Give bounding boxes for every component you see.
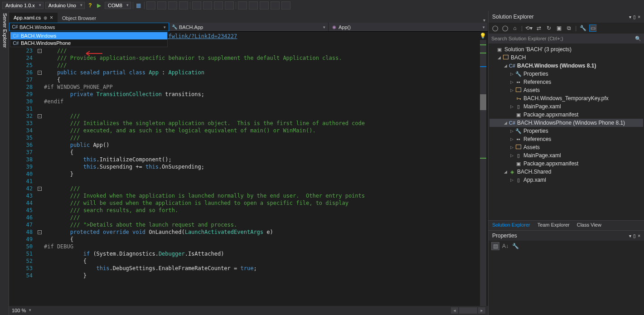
upload-icon[interactable]: ▶ — [96, 2, 103, 9]
close-icon[interactable]: × — [50, 15, 53, 21]
forward-icon[interactable]: ◯ — [501, 24, 508, 32]
close-icon[interactable]: × — [638, 15, 640, 19]
tab-app-xaml-cs[interactable]: App.xaml.cs ⊕ × — [9, 13, 58, 23]
toolbar-button[interactable] — [271, 1, 280, 10]
tree-file-node[interactable]: ▣Package.appxmanifest — [489, 111, 643, 119]
tree-properties-node[interactable]: ▷🔧Properties — [489, 127, 643, 135]
expand-icon[interactable]: ◢ — [496, 53, 502, 62]
preview-icon[interactable]: ▭ — [589, 24, 596, 32]
tab-team-explorer[interactable]: Team Explorer — [534, 221, 573, 230]
expand-icon[interactable]: ▷ — [508, 135, 515, 143]
tree-folder-node[interactable]: ▷Assets — [489, 86, 643, 94]
toolbar-button[interactable] — [203, 1, 212, 10]
method-icon: ◉ — [331, 24, 337, 30]
tree-file-node[interactable]: ▷▯App.xaml — [489, 176, 643, 184]
categorized-icon[interactable]: ▤ — [491, 242, 499, 250]
expand-icon[interactable]: ◢ — [502, 168, 508, 176]
tree-properties-node[interactable]: ▷🔧Properties — [489, 70, 643, 78]
expand-icon[interactable]: ◢ — [502, 62, 508, 70]
toolbar-button[interactable] — [168, 1, 177, 10]
nav-member-dropdown[interactable]: ◉ App() — [329, 23, 488, 31]
home-icon[interactable]: ⌂ — [511, 24, 518, 32]
tree-project-node[interactable]: ◢C#BACH.Windows (Windows 8.1) — [489, 62, 643, 70]
arduino-version-dropdown[interactable]: Arduino 1.0.x — [2, 2, 44, 9]
tree-folder-node[interactable]: ▷Assets — [489, 143, 643, 151]
code-editor[interactable]: 2223242526272829303132333435363738394041… — [9, 32, 488, 306]
properties-icon[interactable]: 🔧 — [579, 24, 586, 32]
auto-hide-icon[interactable]: ▯ — [633, 15, 636, 19]
solution-search-box[interactable]: Search Solution Explorer (Ctrl+;) 🔍 — [489, 34, 644, 44]
solution-tree[interactable]: ▣Solution 'BACH' (3 projects) ◢BACH ◢C#B… — [489, 44, 644, 220]
scrollbar-thumb[interactable] — [480, 94, 486, 110]
nav-project-dropdown[interactable]: C# BACH.Windows — [9, 23, 169, 31]
nav-class-dropdown[interactable]: 🔧 BACH.App — [169, 23, 329, 31]
expand-icon[interactable]: ▷ — [508, 143, 515, 151]
tree-project-node[interactable]: ◢◈BACH.Shared — [489, 168, 643, 176]
expand-icon[interactable]: ◢ — [502, 119, 508, 127]
window-position-icon[interactable]: ▾ — [629, 15, 631, 19]
tab-class-view[interactable]: Class View — [573, 221, 605, 230]
expand-icon[interactable]: ▷ — [508, 86, 515, 94]
auto-hide-icon[interactable]: ▯ — [633, 233, 636, 238]
sync-icon[interactable]: ⟲▾ — [525, 24, 533, 32]
lightbulb-icon[interactable]: 💡 — [479, 33, 486, 39]
toolbar-button[interactable] — [214, 1, 223, 10]
expand-icon[interactable]: ▷ — [508, 102, 515, 111]
toolbar-button[interactable] — [281, 1, 291, 10]
toolbar-button[interactable] — [260, 1, 269, 10]
expand-icon[interactable]: ▷ — [508, 176, 515, 184]
toolbar-button[interactable] — [238, 1, 247, 10]
help-icon[interactable]: ? — [87, 2, 94, 9]
horizontal-scrollbar[interactable] — [459, 307, 477, 314]
tab-overflow-dropdown[interactable]: ▾ — [483, 18, 488, 23]
tree-file-node[interactable]: ▷▯MainPage.xaml — [489, 151, 643, 160]
toolbar-button[interactable] — [179, 1, 188, 10]
manifest-icon: ▣ — [515, 111, 522, 119]
arduino-board-dropdown[interactable]: Arduino Uno — [45, 2, 85, 9]
tree-folder-node[interactable]: ◢BACH — [489, 53, 643, 62]
tree-file-node[interactable]: ▷▯MainPage.xaml — [489, 102, 643, 111]
tab-solution-explorer[interactable]: Solution Explorer — [489, 221, 534, 230]
properties-grid[interactable] — [489, 252, 644, 315]
expand-icon[interactable]: ▷ — [508, 151, 515, 160]
expand-icon[interactable]: ▷ — [508, 78, 515, 86]
show-all-icon[interactable]: ⧉ — [565, 24, 572, 32]
property-pages-icon[interactable]: 🔧 — [511, 242, 519, 250]
serial-monitor-icon[interactable]: ▦ — [135, 2, 142, 9]
alphabetical-icon[interactable]: A↓ — [501, 242, 509, 250]
tree-project-node[interactable]: ◢C#BACH.WindowsPhone (Windows Phone 8.1) — [489, 119, 643, 127]
dropdown-item-bach-windowsphone[interactable]: C# BACH.WindowsPhone — [10, 39, 167, 47]
tree-references-node[interactable]: ▷▪▪References — [489, 135, 643, 143]
tab-object-browser[interactable]: Object Browser — [58, 14, 101, 23]
back-icon[interactable]: ◯ — [491, 24, 499, 32]
tree-file-node[interactable]: ▣Package.appxmanifest — [489, 160, 643, 168]
toolbar-button[interactable] — [157, 1, 166, 10]
zoom-level-dropdown[interactable]: 100 % — [12, 308, 31, 313]
toolbar-button[interactable] — [192, 1, 201, 10]
toolbar-button[interactable] — [249, 1, 258, 10]
scroll-left-button[interactable]: ◄ — [451, 307, 458, 314]
tree-file-node[interactable]: 🗝BACH.Windows_TemporaryKey.pfx — [489, 94, 643, 102]
refresh-icon[interactable]: ↻ — [545, 24, 552, 32]
scope-icon[interactable]: ⇄ — [535, 24, 542, 32]
expand-icon[interactable]: ▷ — [508, 127, 515, 135]
folder-icon — [515, 143, 522, 151]
com-port-dropdown[interactable]: COM8 — [105, 2, 131, 9]
dropdown-item-bach-windows[interactable]: C# BACH.Windows — [10, 32, 167, 39]
server-explorer-tab[interactable]: Server Explorer — [0, 11, 9, 315]
toolbar-button[interactable] — [225, 1, 234, 10]
toolbar-button[interactable] — [146, 1, 155, 10]
tree-references-node[interactable]: ▷▪▪References — [489, 78, 643, 86]
vertical-scrollbar[interactable] — [480, 40, 486, 306]
project-dropdown-list[interactable]: C# BACH.Windows C# BACH.WindowsPhone — [10, 32, 168, 47]
window-position-icon[interactable]: ▾ — [629, 233, 631, 238]
close-icon[interactable]: × — [638, 233, 640, 238]
collapse-icon[interactable]: ▣ — [555, 24, 562, 32]
fold-column[interactable]: −−−−−− — [36, 32, 43, 306]
search-icon[interactable]: 🔍 — [635, 36, 641, 42]
code-text[interactable]: documented at http://go.microsoft.com/fw… — [43, 32, 478, 306]
tree-solution-node[interactable]: ▣Solution 'BACH' (3 projects) — [489, 45, 643, 53]
scroll-right-button[interactable]: ► — [478, 307, 485, 314]
pin-icon[interactable]: ⊕ — [44, 15, 47, 20]
expand-icon[interactable]: ▷ — [508, 70, 515, 78]
